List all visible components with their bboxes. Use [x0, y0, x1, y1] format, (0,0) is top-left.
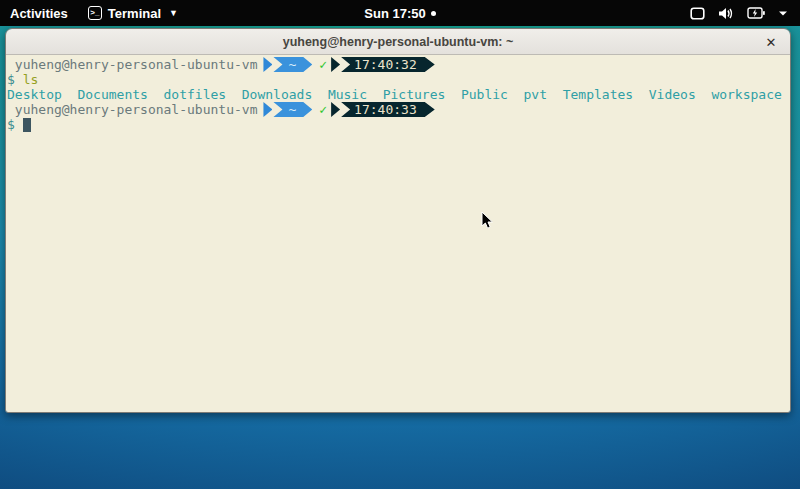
- terminal-icon: >_: [88, 6, 102, 20]
- directory-name: Public: [461, 87, 508, 102]
- exit-status-check-icon: ✓: [319, 57, 327, 72]
- powerline-separator-icon: [331, 102, 340, 117]
- notification-dot-icon: [431, 11, 436, 16]
- chevron-down-icon: [778, 10, 788, 17]
- directory-name: workspace: [711, 87, 781, 102]
- exit-status-check-icon: ✓: [319, 102, 327, 117]
- text-cursor: [23, 118, 31, 132]
- ls-output-line: DesktopDocumentsdotfilesDownloadsMusicPi…: [7, 87, 789, 102]
- screen-share-icon: [690, 7, 705, 20]
- terminal-content[interactable]: yuheng@henry-personal-ubuntu-vm~✓17:40:3…: [6, 55, 790, 412]
- prompt-time-badge: 17:40:32: [341, 57, 435, 72]
- directory-name: Videos: [649, 87, 696, 102]
- prompt-username: yuheng@henry-personal-ubuntu-vm: [7, 57, 257, 72]
- prompt-sign: $: [7, 72, 15, 87]
- clock[interactable]: Sun 17:50: [364, 6, 425, 21]
- directory-name: Downloads: [242, 87, 312, 102]
- directory-name: Templates: [563, 87, 633, 102]
- close-icon[interactable]: ✕: [761, 32, 781, 52]
- mouse-pointer-icon: [481, 211, 494, 230]
- chevron-down-icon: ▼: [169, 8, 178, 18]
- window-titlebar[interactable]: yuheng@henry-personal-ubuntu-vm: ~ ✕: [6, 29, 790, 55]
- prompt-time-badge: 17:40:33: [341, 102, 435, 117]
- top-bar: Activities >_ Terminal ▼ Sun 17:50: [0, 0, 800, 26]
- prompt-line-1: yuheng@henry-personal-ubuntu-vm~✓17:40:3…: [7, 57, 789, 72]
- directory-name: Pictures: [383, 87, 446, 102]
- prompt-line-2: yuheng@henry-personal-ubuntu-vm~✓17:40:3…: [7, 102, 789, 117]
- prompt-sign: $: [7, 117, 15, 132]
- focused-app-menu[interactable]: >_ Terminal ▼: [88, 6, 178, 21]
- directory-name: Documents: [77, 87, 147, 102]
- current-input-line[interactable]: $: [7, 117, 789, 132]
- system-status-area[interactable]: [690, 7, 800, 20]
- typed-command: ls: [23, 72, 39, 87]
- terminal-window: yuheng@henry-personal-ubuntu-vm: ~ ✕ yuh…: [5, 28, 791, 413]
- prompt-path-segment: ~: [273, 102, 312, 117]
- directory-name: dotfiles: [164, 87, 227, 102]
- volume-icon: [718, 7, 734, 20]
- activities-button[interactable]: Activities: [10, 6, 68, 21]
- focused-app-label: Terminal: [108, 6, 161, 21]
- powerline-separator-icon: [263, 102, 272, 117]
- directory-name: pvt: [524, 87, 547, 102]
- directory-name: Music: [328, 87, 367, 102]
- powerline-separator-icon: [331, 57, 340, 72]
- prompt-path-segment: ~: [273, 57, 312, 72]
- battery-charging-icon: [747, 7, 765, 19]
- directory-name: Desktop: [7, 87, 62, 102]
- window-title: yuheng@henry-personal-ubuntu-vm: ~: [283, 35, 514, 49]
- prompt-username: yuheng@henry-personal-ubuntu-vm: [7, 102, 257, 117]
- powerline-separator-icon: [263, 57, 272, 72]
- command-line: $ls: [7, 72, 789, 87]
